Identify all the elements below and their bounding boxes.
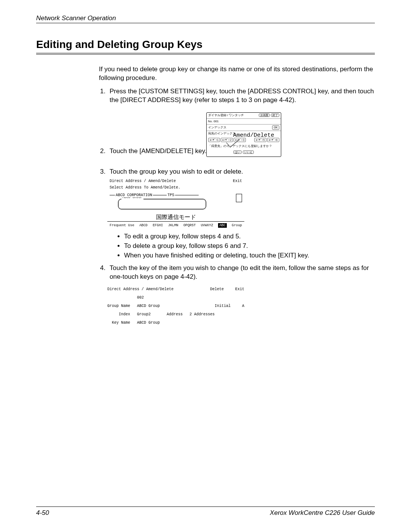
fig3-address-value[interactable]: 2 Addresses [190, 310, 215, 319]
figure-1: ダイヤル登録 / ワンタッチ 次画面 終了 No. 001 インデックス OK [209, 109, 281, 164]
fig2-tab-uvwxyz[interactable]: UVWXYZ [201, 223, 213, 228]
fig3-index-value[interactable]: Group2 [137, 310, 151, 319]
fig2-tab-efghi[interactable]: EFGHI [153, 223, 163, 228]
fig2-title: Direct Address / Amend/Delete [110, 179, 176, 184]
step-4-text: Touch the key of the item you wish to ch… [110, 264, 369, 280]
fig3-title: Direct Address / Amend/Delete [107, 285, 174, 294]
page-footer: 4-50 Xerox WorkCentre C226 User Guide [36, 506, 375, 517]
fig3-group-name-value[interactable]: ABCD Group [137, 302, 160, 310]
fig2-exit-button[interactable]: Exit [233, 179, 242, 184]
fig3-delete-button[interactable]: Delete [210, 287, 224, 291]
fig2-jp-mode: 国際通信モード [107, 213, 244, 222]
step-3: Touch the group key you wish to edit or … [107, 168, 375, 260]
fig1-dest-index: 宛先のインデックス [208, 132, 236, 136]
fig1-ok-button[interactable]: OK [272, 125, 279, 129]
fig2-group-box[interactable]: ABCD GROUP [118, 199, 206, 209]
fig3-address-label: Address [167, 310, 183, 319]
figure-2: Direct Address / Amend/Delete Exit Selec… [107, 179, 244, 228]
page-title: Editing and Deleting Group Keys [36, 38, 375, 54]
fig1-number: No. 001 [208, 120, 219, 124]
bullet-delete: To delete a group key, follow steps 6 an… [124, 242, 375, 251]
fig2-entry-1b[interactable]: TPS [167, 193, 175, 197]
fig3-exit-button[interactable]: Exit [235, 287, 244, 291]
fig2-scroll-up-icon[interactable] [236, 194, 242, 202]
step-2-text: Touch the [AMEND/DELETE] key. [110, 147, 207, 155]
fig3-initial-value[interactable]: A [242, 304, 244, 308]
body-content: If you need to delete group key or chang… [99, 65, 375, 327]
fig1-no-button[interactable]: いいえ [243, 150, 254, 154]
page-number: 4-50 [36, 509, 49, 517]
fig1-confirm-text: 「得意先」のインデックスにも登録しますか？ [207, 143, 281, 150]
fig1-tab-1[interactable]: ﾕｰｻﾞｰ1 [208, 138, 220, 142]
fig3-key-name-value[interactable]: ABCD Group [137, 319, 160, 327]
page: Network Scanner Operation Editing and De… [0, 0, 411, 532]
step-3-bullets: To edit a group key, follow steps 4 and … [110, 232, 375, 260]
fig2-tab-jklmn[interactable]: JKLMN [168, 223, 178, 228]
running-header: Network Scanner Operation [36, 14, 375, 23]
step-1: Press the [CUSTOM SETTINGS] key, touch t… [107, 87, 375, 105]
steps-list: Press the [CUSTOM SETTINGS] key, touch t… [99, 87, 375, 327]
step-2: Touch the [AMEND/DELETE] key. ダイヤル登録 / ワ… [107, 109, 375, 164]
fig2-entry-1[interactable]: ABCD CORPORATION [115, 193, 153, 197]
fig1-callout-label: Amend/Delete [233, 132, 274, 139]
step-3-text: Touch the group key you wish to edit or … [110, 168, 243, 175]
fig1-title: ダイヤル登録 / ワンタッチ [208, 113, 244, 118]
step-4: Touch the key of the item you wish to ch… [107, 264, 375, 327]
fig1-index-label: インデックス [208, 126, 226, 130]
fig2-tab-group[interactable]: Group [232, 223, 242, 228]
fig1-exit-button[interactable]: 終了 [271, 113, 279, 117]
bullet-edit: To edit a group key, follow steps 4 and … [124, 232, 375, 241]
fig2-tab-abcd[interactable]: ABCD [139, 223, 148, 228]
fig2-tab-abc-active[interactable]: ABC [218, 223, 226, 228]
doc-title-footer: Xerox WorkCentre C226 User Guide [270, 509, 375, 517]
fig1-next-button[interactable]: 次画面 [259, 113, 270, 117]
figure-3: Direct Address / Amend/Delete Delete Exi… [107, 285, 244, 327]
fig2-tab-opqrst[interactable]: OPQRST [183, 223, 196, 228]
fig3-group-name-label: Group Name [107, 302, 130, 310]
fig3-initial-label: Initial [215, 304, 231, 308]
fig2-tab-frequent[interactable]: Frequent Use [110, 223, 134, 228]
fig3-number: 002 [137, 294, 144, 302]
intro-paragraph: If you need to delete group key or chang… [99, 65, 375, 83]
bullet-exit: When you have finished editing or deleti… [124, 251, 375, 260]
fig3-index-label: Index [107, 310, 130, 319]
fig3-key-name-label: Key Name [107, 319, 130, 327]
fig1-yes-button[interactable]: はい [233, 150, 242, 154]
fig2-subtitle: Select Address To Amend/Delete. [107, 185, 244, 190]
